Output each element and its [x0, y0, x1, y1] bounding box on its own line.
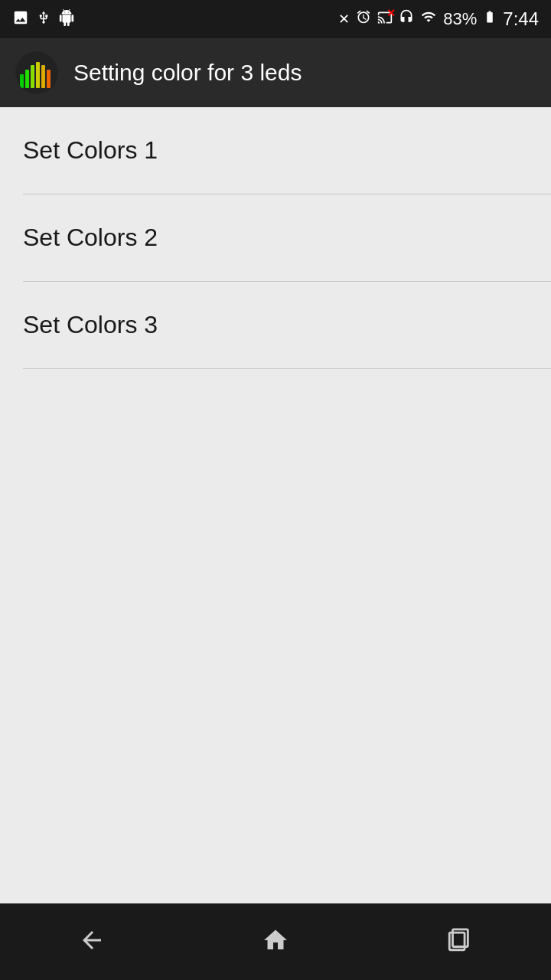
- divider-3: [23, 368, 551, 369]
- list-item-3[interactable]: Set Colors 3: [0, 282, 551, 368]
- time: 7:44: [503, 8, 539, 30]
- home-icon: [262, 926, 289, 957]
- svg-rect-6: [47, 70, 51, 88]
- app-bar: Setting color for 3 leds: [0, 38, 551, 107]
- image-icon: [12, 9, 29, 30]
- list-item-2[interactable]: Set Colors 2: [0, 194, 551, 281]
- recents-icon: [446, 927, 472, 956]
- headset-icon: [399, 9, 414, 29]
- list-item-2-label: Set Colors 2: [23, 224, 158, 252]
- android-icon: [58, 9, 75, 30]
- svg-rect-7: [20, 59, 51, 60]
- list-item-1-label: Set Colors 1: [23, 136, 158, 165]
- svg-rect-3: [31, 65, 34, 88]
- svg-rect-5: [41, 65, 45, 88]
- back-button[interactable]: [61, 919, 122, 965]
- content-list: Set Colors 1 Set Colors 2 Set Colors 3: [0, 107, 551, 903]
- alarm-icon: [356, 9, 371, 29]
- recents-button[interactable]: [429, 919, 490, 965]
- mute-icon: ✕: [338, 11, 350, 28]
- app-bar-title: Setting color for 3 leds: [73, 60, 302, 86]
- status-bar: ✕ ✕ 83%: [0, 0, 551, 38]
- svg-rect-2: [25, 70, 29, 88]
- battery-icon: [483, 8, 497, 30]
- nav-bar: [0, 903, 551, 980]
- list-item-1[interactable]: Set Colors 1: [0, 107, 551, 194]
- list-item-3-label: Set Colors 3: [23, 311, 158, 339]
- svg-rect-4: [36, 62, 40, 88]
- signal-icon: [420, 9, 437, 29]
- home-button[interactable]: [245, 919, 306, 965]
- screen-record-icon: ✕: [377, 10, 393, 28]
- back-icon: [78, 926, 106, 957]
- usb-icon: [37, 9, 51, 30]
- status-bar-left: [12, 9, 75, 30]
- status-bar-right: ✕ ✕ 83%: [338, 8, 539, 30]
- app-icon: [15, 51, 58, 94]
- svg-rect-1: [20, 74, 24, 88]
- battery-percent: 83%: [443, 9, 477, 29]
